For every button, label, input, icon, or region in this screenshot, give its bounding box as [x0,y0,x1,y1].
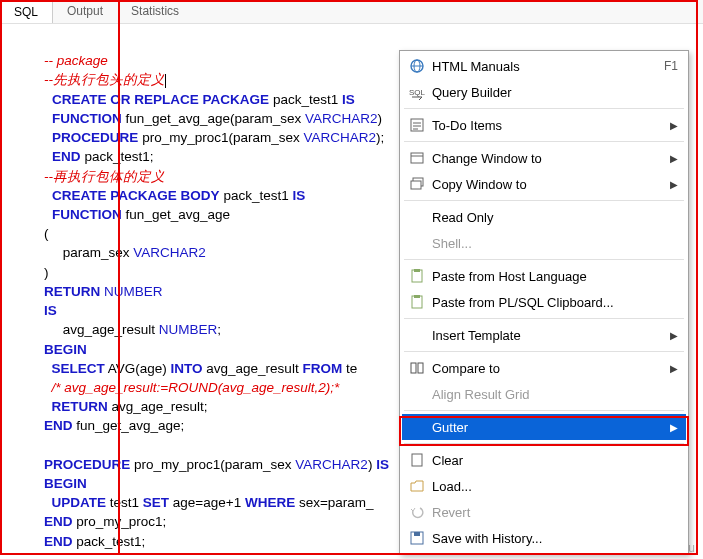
menu-todo-items[interactable]: To-Do Items▶ [402,112,686,138]
clipboard-icon [406,268,428,284]
menu-save-history[interactable]: Save with History... [402,525,686,551]
svg-rect-8 [411,181,421,189]
tab-statistics[interactable]: Statistics [117,0,193,23]
checklist-icon [406,117,428,133]
menu-read-only[interactable]: Read Only [402,204,686,230]
compare-icon [406,360,428,376]
menu-paste-host[interactable]: Paste from Host Language [402,263,686,289]
tab-sql[interactable]: SQL [0,0,53,23]
windows-icon [406,176,428,192]
sql-icon: SQL [406,84,428,100]
save-icon [406,530,428,546]
svg-rect-14 [418,363,423,373]
svg-rect-13 [411,363,416,373]
menu-compare-to[interactable]: Compare to▶ [402,355,686,381]
svg-rect-17 [414,532,420,536]
menu-revert: Revert [402,499,686,525]
menu-load[interactable]: Load... [402,473,686,499]
revert-icon [406,504,428,520]
menu-change-window[interactable]: Change Window to▶ [402,145,686,171]
tab-output[interactable]: Output [53,0,117,23]
svg-rect-15 [412,454,422,466]
clipboard-icon [406,294,428,310]
menu-query-builder[interactable]: SQL Query Builder [402,79,686,105]
tab-bar: SQL Output Statistics [0,0,703,24]
menu-insert-template[interactable]: Insert Template▶ [402,322,686,348]
menu-shell[interactable]: Shell... [402,230,686,256]
menu-copy-window[interactable]: Copy Window to▶ [402,171,686,197]
context-menu: HTML ManualsF1 SQL Query Builder To-Do I… [399,50,689,554]
globe-icon [406,58,428,74]
page-icon [406,452,428,468]
menu-align-grid: Align Result Grid [402,381,686,407]
menu-gutter[interactable]: Gutter▶ [402,414,686,440]
svg-text:SQL: SQL [409,88,425,97]
menu-paste-plsql[interactable]: Paste from PL/SQL Clipboard... [402,289,686,315]
svg-rect-10 [414,269,420,272]
svg-rect-5 [411,153,423,163]
menu-html-manuals[interactable]: HTML ManualsF1 [402,53,686,79]
svg-rect-12 [414,295,420,298]
menu-clear[interactable]: Clear [402,447,686,473]
window-icon [406,150,428,166]
open-icon [406,478,428,494]
